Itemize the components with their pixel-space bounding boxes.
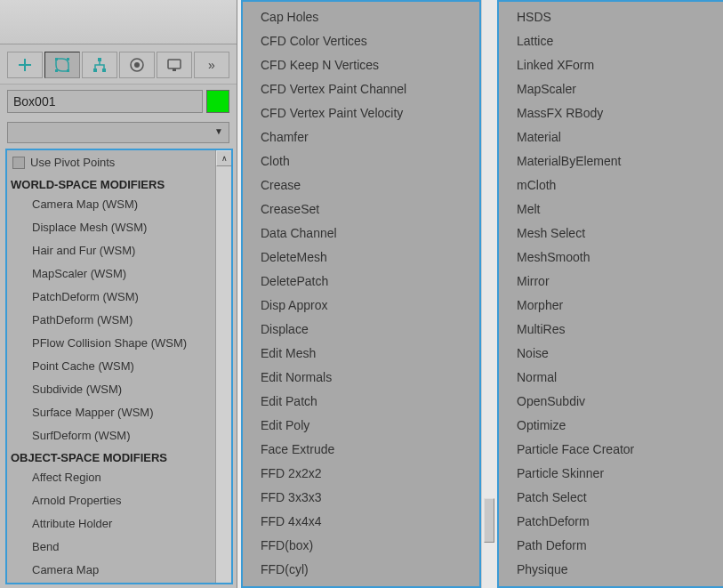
create-tab[interactable] — [7, 52, 43, 78]
modifier-item[interactable]: Chamfer — [243, 125, 479, 149]
modifier-item[interactable]: Subdivide (WSM) — [7, 378, 215, 401]
modifier-item[interactable]: Edit Patch — [243, 390, 479, 414]
modifier-item[interactable]: CFD Keep N Vertices — [243, 53, 479, 77]
modifier-item[interactable]: Cap Holes — [243, 5, 479, 29]
svg-rect-10 — [173, 68, 176, 71]
modifier-item[interactable]: Camera Map — [7, 559, 215, 582]
modifier-item[interactable]: Surface Mapper (WSM) — [7, 401, 215, 424]
column-gap-scrollbar[interactable] — [481, 0, 497, 588]
modifier-item[interactable]: PathDeform (WSM) — [7, 309, 215, 332]
modifier-item[interactable]: Displace — [243, 318, 479, 342]
modifier-item[interactable]: Edit Normals — [243, 366, 479, 390]
modifier-item[interactable]: Edit Mesh — [243, 342, 479, 366]
scrollbar-thumb[interactable] — [484, 498, 494, 543]
modifier-item[interactable]: Normal — [499, 366, 723, 390]
modifier-item[interactable]: CFD Vertex Paint Velocity — [243, 101, 479, 125]
modifier-item[interactable]: FFD 4x4x4 — [243, 510, 479, 534]
object-name-input[interactable] — [7, 90, 203, 113]
modifier-item[interactable]: FFD 3x3x3 — [243, 486, 479, 510]
wsm-header: WORLD-SPACE MODIFIERS — [7, 174, 215, 193]
svg-rect-2 — [55, 69, 58, 72]
modifier-item[interactable]: mCloth — [499, 173, 723, 197]
modifier-item[interactable]: DeleteMesh — [243, 246, 479, 270]
modifier-item[interactable]: MassFX RBody — [499, 101, 723, 125]
modifier-item[interactable]: MultiRes — [499, 318, 723, 342]
svg-point-8 — [134, 62, 140, 68]
hierarchy-tab[interactable] — [82, 52, 117, 78]
modifier-item[interactable]: Mirror — [499, 270, 723, 294]
modifier-item[interactable]: CreaseSet — [243, 197, 479, 222]
modifier-item[interactable]: PatchDeform (WSM) — [7, 286, 215, 309]
modifier-item[interactable]: Disp Approx — [243, 294, 479, 318]
modifier-item[interactable]: MapScaler — [499, 77, 723, 101]
modifier-list[interactable]: Use Pivot Points WORLD-SPACE MODIFIERS C… — [7, 150, 215, 583]
osm-header: OBJECT-SPACE MODIFIERS — [7, 447, 215, 466]
modifier-item[interactable]: Material — [499, 125, 723, 149]
modifier-item[interactable]: Optimize — [499, 414, 723, 438]
modify-tab[interactable] — [44, 52, 80, 78]
display-tab[interactable] — [157, 52, 192, 78]
modifier-item[interactable]: Noise — [499, 342, 723, 366]
modifier-item[interactable]: Morpher — [499, 294, 723, 318]
svg-rect-3 — [67, 69, 69, 72]
modifier-column-3-list[interactable]: HSDSLatticeLinked XFormMapScalerMassFX R… — [499, 2, 723, 588]
modifier-item[interactable]: Path Deform — [499, 534, 723, 558]
modifier-item[interactable]: Physique — [499, 558, 723, 582]
svg-rect-0 — [55, 58, 58, 60]
modifier-item[interactable]: Hair and Fur (WSM) — [7, 239, 215, 262]
modifier-item[interactable]: CFD Color Vertices — [243, 29, 479, 53]
modifier-list-panel: Use Pivot Points WORLD-SPACE MODIFIERS C… — [5, 149, 233, 584]
modifier-item[interactable]: HSDS — [499, 5, 723, 29]
modifier-item[interactable]: Face Extrude — [243, 438, 479, 462]
modifier-item[interactable]: Affect Region — [7, 466, 215, 489]
modifier-item[interactable]: Arnold Properties — [7, 489, 215, 512]
modifier-item[interactable]: Crease — [243, 173, 479, 197]
modifier-item[interactable]: Attribute Holder — [7, 512, 215, 536]
modifier-item[interactable]: CFD Vertex Paint Channel — [243, 77, 479, 101]
modifier-item[interactable]: Particle Skinner — [499, 462, 723, 486]
plus-icon — [16, 56, 34, 74]
modifier-item[interactable]: Point Cache — [499, 582, 723, 588]
modifier-item[interactable]: MapScaler (WSM) — [7, 262, 215, 286]
object-color-swatch[interactable] — [206, 90, 229, 113]
modifier-item[interactable]: Point Cache (WSM) — [7, 355, 215, 378]
modifier-item[interactable]: FFD 2x2x2 — [243, 462, 479, 486]
svg-rect-6 — [102, 68, 106, 72]
modifier-item[interactable]: DeletePatch — [243, 270, 479, 294]
modifier-item[interactable]: Filter Mesh Colors By Hue — [243, 582, 479, 588]
use-pivot-checkbox[interactable] — [12, 157, 25, 169]
use-pivot-label: Use Pivot Points — [30, 156, 115, 169]
modifier-item[interactable]: Mesh Select — [499, 222, 723, 246]
panel-topstrip — [0, 0, 237, 44]
modifier-item[interactable]: Melt — [499, 197, 723, 222]
modifier-item[interactable]: Data Channel — [243, 222, 479, 246]
modifier-item[interactable]: FFD(box) — [243, 534, 479, 558]
modifier-item[interactable]: PatchDeform — [499, 510, 723, 534]
modifier-item[interactable]: MeshSmooth — [499, 246, 723, 270]
modifier-item[interactable]: Patch Select — [499, 486, 723, 510]
more-tab[interactable]: » — [194, 52, 229, 78]
modifier-item[interactable]: Displace Mesh (WSM) — [7, 216, 215, 239]
use-pivot-points-row[interactable]: Use Pivot Points — [7, 154, 215, 174]
svg-rect-5 — [93, 68, 97, 72]
modifier-item[interactable]: MaterialByElement — [499, 149, 723, 173]
svg-rect-1 — [67, 58, 69, 60]
modifier-item[interactable]: Cloth — [243, 149, 479, 173]
modifier-item[interactable]: Linked XForm — [499, 53, 723, 77]
modifier-item[interactable]: FFD(cyl) — [243, 558, 479, 582]
modifier-item[interactable]: Camera Map (WSM) — [7, 193, 215, 216]
modifier-item[interactable]: Bend — [7, 536, 215, 559]
object-name-row — [0, 85, 237, 118]
modifier-list-dropdown[interactable] — [7, 122, 229, 143]
modifier-item[interactable]: Edit Poly — [243, 414, 479, 438]
modifier-column-2-list[interactable]: Cap HolesCFD Color VerticesCFD Keep N Ve… — [243, 2, 479, 588]
scroll-up-button[interactable]: ∧ — [216, 150, 232, 166]
motion-tab[interactable] — [119, 52, 155, 78]
command-panel: » Use Pivot Points WORLD-SPACE MODIFIERS… — [0, 0, 237, 588]
modifier-item[interactable]: PFlow Collision Shape (WSM) — [7, 332, 215, 355]
modifier-item[interactable]: OpenSubdiv — [499, 390, 723, 414]
modifier-item[interactable]: SurfDeform (WSM) — [7, 424, 215, 447]
modifier-list-scrollbar[interactable]: ∧ — [215, 150, 231, 583]
modifier-item[interactable]: Lattice — [499, 29, 723, 53]
modifier-item[interactable]: Particle Face Creator — [499, 438, 723, 462]
